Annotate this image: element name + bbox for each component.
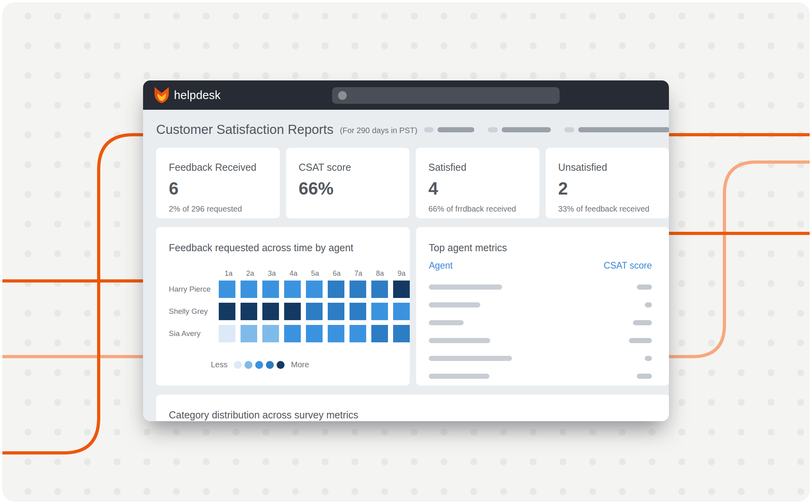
search-input[interactable] (332, 87, 560, 104)
heatmap-cell (371, 281, 388, 298)
dashboard-content: Customer Satisfaction Reports (For 290 d… (143, 121, 669, 421)
stat-card-row: Feedback Received 6 2% of 296 requested … (156, 148, 669, 218)
category-distribution-card: Category distribution across survey metr… (156, 395, 669, 421)
csat-score-placeholder (645, 302, 652, 307)
placeholder-bar (438, 127, 474, 132)
heatmap-cell (284, 325, 301, 342)
heatmap-cell (219, 325, 235, 342)
page-subtitle: (For 290 days in PST) (340, 124, 418, 135)
agent-table-row (429, 374, 669, 379)
stat-value: 6 (169, 179, 267, 199)
heatmap-cell (350, 281, 366, 298)
heatmap-cell (393, 303, 410, 320)
stat-value: 2 (558, 179, 657, 199)
agent-name-placeholder (429, 320, 464, 325)
heatmap-column-label: 6a (329, 269, 345, 278)
legend-scale-dot (255, 361, 263, 369)
agent-name-placeholder (429, 338, 490, 343)
heatmap-cell (371, 325, 388, 342)
legend-scale-dot (277, 361, 285, 369)
heatmap-cell (219, 303, 235, 320)
heatmap-title: Feedback requested across time by agent (169, 242, 410, 254)
heatmap-row-cells (219, 325, 410, 342)
heatmap-cell (393, 325, 410, 342)
agent-name-placeholder (429, 356, 512, 361)
heatmap-cell (284, 303, 301, 320)
heatmap-column-labels: 1a2a3a4a5a6a7a8a9a (220, 269, 410, 278)
stat-label: Unsatisfied (558, 162, 657, 173)
column-header-csat-score[interactable]: CSAT score (604, 260, 652, 271)
search-icon (338, 91, 347, 100)
heatmap-cell (328, 325, 344, 342)
heatmap-row: Harry Pierce (169, 281, 410, 298)
heatmap-cell (262, 325, 279, 342)
agent-table-row (429, 356, 669, 361)
heatmap-row-label: Harry Pierce (169, 285, 219, 294)
csat-score-placeholder (637, 284, 652, 290)
legend-scale-dot (234, 361, 242, 369)
stat-card-unsatisfied: Unsatisfied 2 33% of feedback received (546, 148, 669, 218)
legend-more-label: More (291, 360, 309, 369)
heatmap-cell (262, 303, 279, 320)
agent-name-placeholder (429, 374, 489, 379)
heatmap-grid: Harry PierceShelly GreySia Avery (169, 281, 410, 342)
header-filter-placeholder (424, 127, 474, 132)
heatmap-row: Sia Avery (169, 325, 410, 342)
heatmap-row-label: Shelly Grey (169, 307, 219, 316)
heatmap-cell (306, 303, 323, 320)
dashboard-window: helpdesk Customer Satisfaction Reports (… (143, 80, 669, 421)
stat-value: 66% (299, 179, 397, 199)
heatmap-cell (328, 303, 344, 320)
category-distribution-title: Category distribution across survey metr… (169, 409, 669, 421)
heatmap-column-label: 8a (372, 269, 388, 278)
agent-table-row (429, 302, 669, 307)
csat-score-placeholder (645, 356, 652, 361)
csat-score-placeholder (637, 374, 652, 379)
agent-table-headers: Agent CSAT score (429, 260, 669, 271)
top-agent-metrics-card: Top agent metrics Agent CSAT score (416, 227, 669, 386)
heatmap-cell (262, 281, 279, 298)
middle-card-row: Feedback requested across time by agent … (156, 227, 669, 386)
heatmap-cell (328, 281, 344, 298)
legend-scale-dots (234, 361, 285, 369)
agent-name-placeholder (429, 302, 480, 307)
heatmap-legend: Less More (211, 360, 410, 369)
heatmap-column-label: 5a (307, 269, 323, 278)
placeholder-dot (424, 127, 434, 132)
page-title: Customer Satisfaction Reports (156, 122, 334, 137)
stat-value: 4 (428, 179, 527, 199)
heatmap-column-label: 2a (242, 269, 259, 278)
top-navbar: helpdesk (143, 80, 669, 110)
agent-metrics-title: Top agent metrics (429, 242, 669, 254)
heatmap-cell (393, 281, 410, 298)
agent-name-placeholder (429, 284, 502, 290)
column-header-agent[interactable]: Agent (429, 260, 453, 271)
fox-logo-icon (155, 87, 169, 103)
header-filter-placeholder (564, 127, 669, 132)
heatmap-row-cells (219, 303, 410, 320)
heatmap-cell (284, 281, 301, 298)
stat-caption: 2% of 296 requested (169, 204, 267, 214)
heatmap-cell (306, 281, 323, 298)
stat-card-csat-score: CSAT score 66% (286, 148, 410, 218)
brand: helpdesk (155, 87, 221, 103)
agent-table-body (429, 284, 669, 379)
heatmap-column-label: 9a (394, 269, 410, 278)
stat-label: Satisfied (428, 162, 527, 173)
agent-table-row (429, 284, 669, 290)
placeholder-bar (578, 127, 669, 132)
stat-caption: 33% of feedback received (558, 204, 657, 214)
stat-caption: 66% of frrdback received (428, 204, 527, 214)
csat-score-placeholder (629, 338, 652, 343)
heatmap-column-label: 3a (264, 269, 280, 278)
heatmap-column-label: 7a (350, 269, 367, 278)
heatmap-cell (350, 325, 366, 342)
legend-scale-dot (245, 361, 252, 369)
legend-less-label: Less (211, 360, 227, 369)
heatmap-cell (241, 281, 257, 298)
heatmap-card: Feedback requested across time by agent … (156, 227, 410, 386)
header-filter-placeholders (424, 127, 669, 132)
stat-card-satisfied: Satisfied 4 66% of frrdback received (416, 148, 539, 218)
stat-label: Feedback Received (169, 162, 267, 173)
heatmap-row-cells (219, 281, 410, 298)
